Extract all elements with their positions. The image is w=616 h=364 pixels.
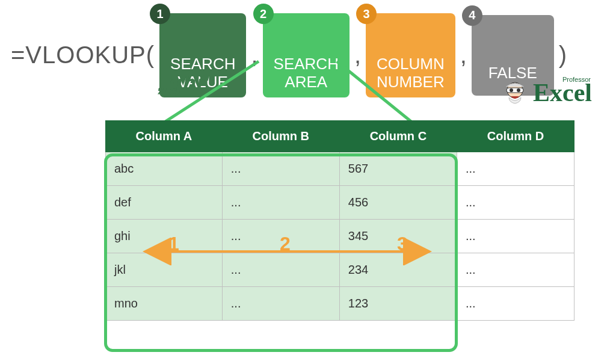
- formula-prefix: =VLOOKUP(: [11, 42, 155, 69]
- separator-3: ,: [460, 42, 467, 69]
- arg-column-number-label: COLUMN NUMBER: [377, 55, 445, 91]
- brand-sup: Professor: [562, 76, 591, 83]
- svg-rect-3: [507, 88, 523, 93]
- badge-1: 1: [150, 4, 170, 24]
- badge-3: 3: [356, 4, 377, 24]
- table-row: def ... 456 ...: [106, 186, 574, 220]
- col-header-d: Column D: [457, 121, 574, 152]
- brand-text: Professor Excel: [533, 78, 592, 107]
- arg-search-area-label: SEARCH AREA: [274, 55, 339, 91]
- cell: def: [106, 186, 223, 220]
- cell: 567: [339, 152, 457, 186]
- cell: jkl: [106, 253, 223, 287]
- cell: ...: [222, 152, 339, 186]
- table-row: ghi ... 345 ...: [106, 220, 574, 253]
- professor-icon: [500, 78, 529, 107]
- cell: ghi: [106, 220, 223, 253]
- cell: 345: [339, 220, 457, 253]
- cell: ...: [457, 253, 574, 287]
- col-header-b: Column B: [222, 121, 339, 152]
- cell: ...: [222, 253, 339, 287]
- svg-point-5: [517, 88, 520, 92]
- cell: ...: [457, 220, 574, 253]
- col-header-a: Column A: [106, 121, 223, 152]
- arg-search-area: 2 SEARCH AREA: [263, 13, 350, 97]
- svg-point-4: [510, 88, 513, 92]
- search-value-example: „ghi": [158, 71, 214, 96]
- badge-4: 4: [462, 5, 482, 26]
- badge-2: 2: [253, 4, 274, 24]
- cell: ...: [457, 186, 574, 220]
- cell: abc: [106, 152, 223, 186]
- data-table: Column A Column B Column C Column D abc …: [105, 120, 574, 321]
- table-row: jkl ... 234 ...: [106, 253, 574, 287]
- separator-1: ,: [251, 42, 257, 69]
- table-header-row: Column A Column B Column C Column D: [106, 121, 574, 152]
- cell: 456: [339, 186, 457, 220]
- cell: mno: [106, 287, 223, 321]
- cell: ...: [222, 287, 339, 321]
- cell: ...: [222, 220, 339, 253]
- cell: ...: [457, 287, 574, 321]
- formula-suffix: ): [559, 42, 567, 69]
- separator-2: ,: [354, 42, 361, 69]
- col-header-c: Column C: [339, 121, 457, 152]
- cell: 234: [339, 253, 457, 287]
- cell: ...: [457, 152, 574, 186]
- arg-column-number: 3 COLUMN NUMBER: [366, 13, 455, 97]
- table-row: abc ... 567 ...: [106, 152, 574, 186]
- table-row: mno ... 123 ...: [106, 287, 574, 321]
- cell: 123: [339, 287, 457, 321]
- data-table-wrap: Column A Column B Column C Column D abc …: [105, 120, 574, 321]
- cell: ...: [222, 186, 339, 220]
- professor-excel-logo: Professor Excel: [500, 78, 592, 107]
